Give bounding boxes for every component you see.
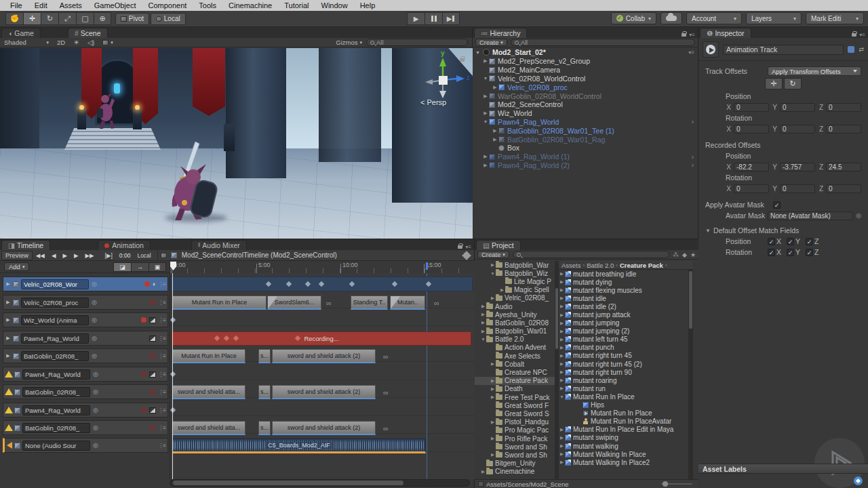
hierarchy-item[interactable]: ▶ WarGoblin_02R08_WorldControl (473, 92, 698, 100)
timeline-clip[interactable]: Mutant Run In Place (172, 349, 245, 363)
timeline-clip[interactable]: SwordSlam6... (267, 296, 321, 310)
pos-z-field[interactable]: 0 (826, 103, 861, 112)
lighting-toggle-icon[interactable]: ☀ (69, 39, 83, 46)
project-folder[interactable]: ▶ Audio (475, 302, 555, 310)
project-asset[interactable]: ▶ mutant punch (559, 344, 693, 352)
expand-chevron-icon[interactable]: › (692, 118, 694, 125)
scene-orientation-gizmo[interactable] (419, 56, 467, 104)
hierarchy-item[interactable]: ▼ Pawn4_Rag_World › (473, 118, 698, 127)
ripple-mode-icon[interactable]: → (131, 262, 149, 272)
rec-pos-y-field[interactable]: -3.757 (780, 163, 815, 171)
tab-audio-mixer[interactable]: ⫴Audio Mixer (191, 240, 247, 250)
track-record-icon[interactable] (141, 317, 146, 323)
track-record-icon[interactable] (141, 407, 146, 413)
hierarchy-item[interactable]: ▶ Pawn4_Rag_World (1) › (473, 152, 698, 161)
cloud-button[interactable] (660, 12, 682, 24)
asset-labels-header[interactable]: Asset Labels (698, 464, 868, 474)
scrollbar-thumb[interactable] (555, 288, 558, 349)
track-target-icon[interactable]: ◎ (93, 424, 98, 431)
track-expand-icon[interactable]: ▶ (3, 281, 13, 287)
track-target-icon[interactable]: ◎ (93, 371, 98, 378)
track-curves-icon[interactable] (149, 371, 156, 378)
lock-icon[interactable] (852, 33, 856, 37)
hierarchy-create-button[interactable]: Create ▾ (475, 39, 507, 46)
pos-x-field[interactable]: 0 (734, 103, 769, 112)
hierarchy-scene-row[interactable]: ▼ Mod2_Start_02* ▾≡ (473, 47, 698, 57)
transform-tool-icon[interactable]: ⊕ (94, 12, 111, 25)
project-folder[interactable]: Bitgem_Unity (475, 460, 555, 468)
scene-lock-icon[interactable] (460, 58, 465, 62)
menu-item[interactable]: Tools (193, 1, 222, 9)
add-track-button[interactable]: Add▾ (4, 262, 29, 271)
project-folder[interactable]: Lite Magic P (475, 277, 555, 285)
project-folder[interactable]: ▼ Batgoblin_Wiz (475, 269, 555, 277)
project-asset[interactable]: Mutant Run In Place (559, 409, 693, 418)
menu-item[interactable]: Component (142, 1, 193, 9)
track-menu-icon[interactable]: ⋮≡ (158, 389, 165, 395)
breadcrumb-current[interactable]: Creature Pack (620, 262, 663, 269)
project-asset[interactable]: Hips (559, 401, 693, 409)
tab-animation[interactable]: Animation (98, 240, 151, 250)
gear-icon[interactable] (463, 252, 470, 259)
expand-chevron-icon[interactable]: › (692, 161, 694, 169)
project-asset[interactable]: ▶ mutant idle (2) (559, 302, 693, 310)
project-asset[interactable]: ▶ Mutant Run In Place Edit in Maya (559, 426, 693, 434)
track-menu-icon[interactable]: ⋮≡ (158, 353, 165, 359)
timeline-track[interactable]: ▶ Velric_02R08_Wor ◎ ◐ ⋮≡ (3, 277, 168, 291)
project-asset[interactable]: ▶ Mutant Walking In Place2 (559, 458, 693, 466)
favorites-icon[interactable]: ★ (690, 251, 696, 258)
project-folder[interactable]: ▼ Battle 2.0 (475, 336, 555, 344)
timeline-clip[interactable]: Mutan.. (390, 296, 425, 310)
offset-move-button[interactable]: ✛ (765, 78, 783, 89)
project-search-input[interactable] (513, 251, 669, 258)
track-target-icon[interactable]: ◎ (92, 335, 97, 342)
avatar-mask-field[interactable]: None (Avatar Mask) (768, 211, 853, 220)
match-rot-z-checkbox[interactable]: ✓ (806, 249, 813, 256)
project-asset[interactable]: ▶ mutant dying (559, 278, 693, 286)
project-folder[interactable]: Great Sword F (475, 401, 555, 409)
lock-icon[interactable] (458, 245, 462, 249)
scene-search-input[interactable]: All (366, 39, 468, 46)
project-folder[interactable]: ▶ BatGoblin_02R08 (475, 319, 555, 327)
timeline-track[interactable]: ▶ Velric_02R08_proc ◎ ⋮≡ (3, 295, 168, 310)
track-curves-icon[interactable] (149, 407, 156, 413)
project-asset[interactable]: ▶ mutant run (559, 384, 693, 392)
project-asset[interactable]: ▶ Mutant Walking In Place (559, 450, 693, 458)
toggle-2d[interactable]: 2D (53, 39, 69, 46)
apply-avatar-mask-checkbox[interactable]: ✓ (773, 201, 781, 209)
offsets-mode-dropdown[interactable]: Apply Transform Offsets (768, 66, 861, 76)
timeline-play-button[interactable]: ▶ (59, 251, 71, 260)
hierarchy-item[interactable]: Mod2_MainCamera (473, 66, 698, 75)
project-asset[interactable]: ▶ mutant right turn 45 (2) (559, 360, 693, 368)
play-range-toggle[interactable]: [▶] (102, 251, 116, 260)
timeline-clip[interactable]: ∞ (326, 296, 332, 310)
project-asset[interactable]: ▶ mutant jumping (559, 319, 693, 327)
project-folder[interactable]: ▶ Free Test Pack (475, 393, 555, 401)
goto-end-button[interactable]: ▶▶ (82, 251, 98, 260)
track-expand-icon[interactable]: ▶ (3, 300, 13, 305)
track-menu-icon[interactable]: ⋮≡ (158, 425, 165, 431)
hierarchy-item[interactable]: ▼ Velric_02R08_WorldControl (473, 75, 698, 83)
breadcrumb-assets[interactable]: Assets (561, 262, 581, 269)
project-asset[interactable]: ▶ mutant right turn 90 (559, 368, 693, 376)
track-menu-icon[interactable]: ⋮≡ (158, 281, 165, 287)
prev-frame-button[interactable]: ◀ (48, 251, 60, 260)
menu-item[interactable]: Cinemachine (222, 1, 278, 9)
hierarchy-item[interactable]: ▶ Pawn4_Rag_World (2) › (473, 161, 698, 170)
project-folder[interactable]: ▶ Batgoblin_War01 (475, 327, 555, 336)
project-folder[interactable]: ▶ Creature Pack (475, 377, 555, 385)
project-folder[interactable]: Axe Selects (475, 352, 555, 360)
audio-toggle-icon[interactable]: ◁) (83, 39, 98, 46)
timeline-clip[interactable]: sword and shield attack (2) (272, 421, 376, 435)
track-target-icon[interactable]: ◎ (93, 442, 98, 449)
track-record-icon[interactable] (150, 425, 155, 430)
track-menu-icon[interactable]: ⋮≡ (158, 407, 165, 413)
track-record-icon[interactable] (150, 300, 155, 305)
scale-tool-icon[interactable]: ⤢ (58, 12, 76, 25)
move-tool-icon[interactable]: ✛ (23, 12, 41, 25)
preview-toggle[interactable]: Preview (1, 251, 33, 260)
timeline-track[interactable]: None (Audio Sour ◎ ⋮≡ (3, 438, 168, 453)
tab-inspector[interactable]: ❶Inspector (700, 28, 751, 38)
timeline-clip[interactable]: C5_Boards_Mod2_AIF (172, 439, 426, 453)
menu-item[interactable]: GameObject (88, 1, 142, 9)
